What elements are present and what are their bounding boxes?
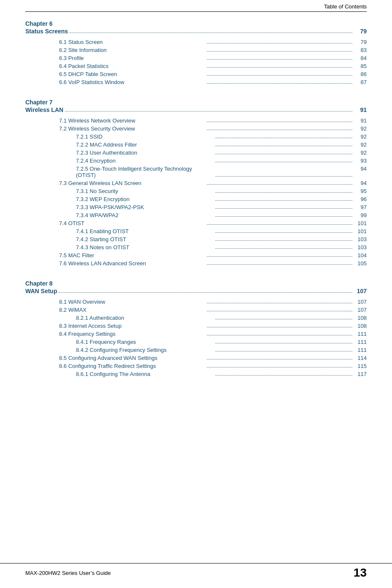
toc-entry-ch6-5: 6.6 VoIP Statistics Window87 bbox=[25, 78, 367, 86]
toc-dots bbox=[215, 148, 353, 154]
toc-entry-page-ch7-11: 99 bbox=[354, 212, 367, 218]
chapter-title-page-ch6: 79 bbox=[354, 28, 367, 35]
chapter-title-page-ch7: 91 bbox=[354, 106, 367, 113]
toc-entry-page-ch7-2: 92 bbox=[354, 133, 367, 140]
toc-entry-page-ch7-9: 96 bbox=[354, 196, 367, 202]
toc-entry-text-ch6-5: 6.6 VoIP Statistics Window bbox=[59, 79, 205, 85]
toc-entry-ch7-17: 7.6 Wireless LAN Advanced Screen105 bbox=[25, 259, 367, 267]
toc-entry-page-ch6-1: 83 bbox=[354, 47, 367, 53]
toc-entry-ch7-6: 7.2.5 One-Touch Intelligent Security Tec… bbox=[25, 165, 367, 179]
toc-entry-page-ch7-17: 105 bbox=[354, 260, 367, 267]
chapter-title-text-ch7: Wireless LAN bbox=[25, 106, 63, 113]
toc-entry-text-ch7-11: 7.3.4 WPA/WPA2 bbox=[76, 212, 214, 218]
toc-entry-text-ch7-13: 7.4.1 Enabling OTIST bbox=[76, 228, 214, 234]
toc-entry-page-ch6-4: 86 bbox=[354, 71, 367, 77]
toc-dots bbox=[215, 345, 353, 351]
toc-entry-page-ch7-15: 103 bbox=[354, 244, 367, 250]
toc-entry-page-ch7-3: 92 bbox=[354, 142, 367, 148]
toc-dots bbox=[65, 105, 352, 112]
toc-entry-text-ch7-9: 7.3.2 WEP Encryption bbox=[76, 196, 214, 202]
toc-entry-ch8-9: 8.6.1 Configuring The Antenna117 bbox=[25, 370, 367, 378]
toc-entry-page-ch7-13: 101 bbox=[354, 228, 367, 234]
page-header: Table of Contents bbox=[25, 0, 367, 12]
chapter-title-ch8: WAN Setup107 bbox=[25, 288, 367, 294]
chapter-title-ch7: Wireless LAN91 bbox=[25, 106, 367, 113]
toc-dots bbox=[215, 369, 353, 376]
toc-entry-text-ch8-6: 8.4.2 Configuring Frequency Settings bbox=[76, 347, 214, 353]
toc-entry-text-ch7-10: 7.3.3 WPA-PSK/WPA2-PSK bbox=[76, 204, 214, 210]
toc-entry-page-ch8-4: 111 bbox=[354, 331, 367, 337]
toc-dots bbox=[215, 337, 353, 343]
page-container: Table of Contents Chapter 6Status Screen… bbox=[0, 0, 392, 588]
toc-dots bbox=[215, 194, 353, 201]
toc-entry-page-ch7-16: 104 bbox=[354, 252, 367, 259]
toc-entry-page-ch8-7: 114 bbox=[354, 355, 367, 361]
toc-entry-text-ch7-15: 7.4.3 Notes on OTIST bbox=[76, 244, 214, 250]
toc-entry-text-ch8-5: 8.4.1 Frequency Ranges bbox=[76, 339, 214, 345]
toc-dots bbox=[207, 259, 353, 265]
toc-dots bbox=[215, 242, 353, 249]
toc-entry-text-ch7-4: 7.2.3 User Authentication bbox=[76, 150, 214, 156]
chapter-title-text-ch8: WAN Setup bbox=[25, 288, 57, 294]
toc-dots bbox=[215, 156, 353, 162]
toc-entry-text-ch7-3: 7.2.2 MAC Address Filter bbox=[76, 142, 214, 148]
toc-dots bbox=[215, 132, 353, 138]
toc-entry-text-ch8-7: 8.5 Configuring Advanced WAN Settings bbox=[59, 355, 205, 361]
toc-dots bbox=[207, 178, 353, 185]
toc-body: Chapter 6Status Screens796.1 Status Scre… bbox=[25, 20, 367, 383]
toc-dots bbox=[207, 61, 353, 68]
toc-entry-page-ch7-4: 92 bbox=[354, 150, 367, 156]
footer-label: MAX-200HW2 Series User’s Guide bbox=[25, 570, 111, 576]
toc-dots bbox=[207, 116, 353, 122]
toc-entry-page-ch8-8: 115 bbox=[354, 363, 367, 369]
toc-dots bbox=[215, 226, 353, 233]
toc-entry-text-ch7-5: 7.2.4 Encryption bbox=[76, 158, 214, 164]
toc-dots bbox=[215, 313, 353, 319]
toc-entry-page-ch8-3: 108 bbox=[354, 323, 367, 329]
page-footer: MAX-200HW2 Series User’s Guide 13 bbox=[0, 563, 392, 580]
toc-dots bbox=[70, 26, 352, 33]
toc-entry-text-ch7-12: 7.4 OTIST bbox=[59, 220, 205, 226]
toc-entry-page-ch6-0: 79 bbox=[354, 39, 367, 45]
toc-dots bbox=[207, 77, 353, 84]
chapter-block-ch7: Chapter 7Wireless LAN917.1 Wireless Netw… bbox=[25, 99, 367, 272]
toc-dots bbox=[207, 329, 353, 335]
toc-dots bbox=[215, 140, 353, 146]
toc-dots bbox=[207, 45, 353, 52]
toc-entry-text-ch8-8: 8.6 Configuring Traffic Redirect Setting… bbox=[59, 363, 205, 369]
toc-entry-text-ch8-9: 8.6.1 Configuring The Antenna bbox=[76, 371, 214, 377]
toc-entry-page-ch7-14: 103 bbox=[354, 236, 367, 242]
toc-dots bbox=[215, 202, 353, 209]
toc-entry-page-ch7-0: 91 bbox=[354, 117, 367, 124]
toc-dots bbox=[215, 164, 353, 177]
toc-dots bbox=[207, 297, 353, 303]
toc-dots bbox=[59, 286, 352, 293]
toc-entry-text-ch6-2: 6.3 Profile bbox=[59, 55, 205, 61]
toc-dots bbox=[207, 250, 353, 257]
toc-entry-page-ch7-8: 95 bbox=[354, 188, 367, 194]
toc-entry-page-ch7-12: 101 bbox=[354, 220, 367, 226]
toc-entry-text-ch7-7: 7.3 General Wireless LAN Screen bbox=[59, 180, 205, 186]
toc-entry-page-ch8-1: 107 bbox=[354, 307, 367, 313]
chapter-block-ch6: Chapter 6Status Screens796.1 Status Scre… bbox=[25, 20, 367, 91]
toc-entry-page-ch7-1: 92 bbox=[354, 125, 367, 132]
chapter-title-page-ch8: 107 bbox=[354, 288, 367, 294]
toc-entry-text-ch6-1: 6.2 Site Information bbox=[59, 47, 205, 53]
toc-dots bbox=[207, 305, 353, 311]
toc-entry-page-ch8-6: 111 bbox=[354, 347, 367, 353]
toc-entry-page-ch8-0: 107 bbox=[354, 299, 367, 305]
toc-entry-text-ch7-1: 7.2 Wireless Security Overview bbox=[59, 125, 205, 132]
toc-dots bbox=[207, 37, 353, 44]
chapter-block-ch8: Chapter 8WAN Setup1078.1 WAN Overview107… bbox=[25, 280, 367, 383]
toc-dots bbox=[215, 210, 353, 217]
toc-entry-page-ch7-7: 94 bbox=[354, 180, 367, 186]
toc-entry-text-ch7-17: 7.6 Wireless LAN Advanced Screen bbox=[59, 260, 205, 267]
toc-entry-page-ch8-5: 111 bbox=[354, 339, 367, 345]
toc-entry-text-ch6-4: 6.5 DHCP Table Screen bbox=[59, 71, 205, 77]
toc-entry-text-ch7-6: 7.2.5 One-Touch Intelligent Security Tec… bbox=[76, 166, 214, 178]
toc-entry-text-ch7-2: 7.2.1 SSID bbox=[76, 133, 214, 140]
chapter-title-text-ch6: Status Screens bbox=[25, 28, 68, 35]
toc-entry-page-ch7-5: 93 bbox=[354, 158, 367, 164]
toc-entry-page-ch7-6: 94 bbox=[354, 166, 367, 178]
header-title: Table of Contents bbox=[324, 3, 367, 10]
